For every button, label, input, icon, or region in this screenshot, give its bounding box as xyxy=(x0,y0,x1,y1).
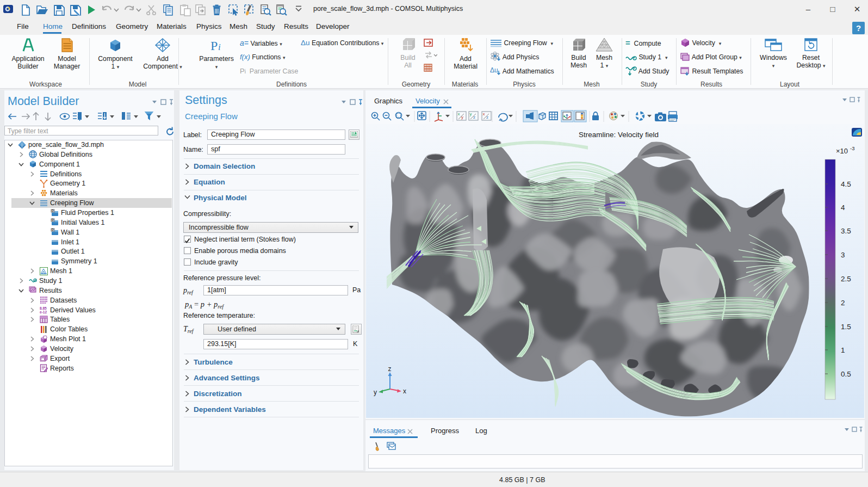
svg-text:D: D xyxy=(52,229,54,232)
svg-text:z: z xyxy=(388,365,392,373)
svg-text:D: D xyxy=(52,209,54,212)
svg-text:×10: ×10 xyxy=(836,147,848,155)
svg-text:0.5: 0.5 xyxy=(841,370,851,378)
svg-text:2.5: 2.5 xyxy=(841,275,851,283)
svg-text:3.5: 3.5 xyxy=(841,227,851,235)
svg-text:4: 4 xyxy=(841,204,845,212)
svg-text:x: x xyxy=(403,387,406,395)
svg-text:3: 3 xyxy=(841,251,845,259)
svg-text:Δu: Δu xyxy=(490,66,498,74)
svg-text:P: P xyxy=(210,39,218,53)
svg-text:D: D xyxy=(52,219,54,222)
svg-text:1: 1 xyxy=(841,346,845,354)
svg-text:4.5: 4.5 xyxy=(841,180,851,188)
svg-text:e-12: e-12 xyxy=(40,310,47,314)
svg-text:x: x xyxy=(458,112,460,116)
svg-text:x: x xyxy=(483,112,485,116)
svg-text:-3: -3 xyxy=(850,145,854,151)
svg-text:y: y xyxy=(374,389,377,396)
svg-text:8.85: 8.85 xyxy=(40,306,47,310)
svg-text:i: i xyxy=(218,42,221,52)
svg-text:2: 2 xyxy=(841,299,845,307)
svg-text:y: y xyxy=(470,112,472,116)
svg-text:1.5: 1.5 xyxy=(841,323,851,331)
svg-text:Streamline: Velocity field: Streamline: Velocity field xyxy=(579,131,659,139)
